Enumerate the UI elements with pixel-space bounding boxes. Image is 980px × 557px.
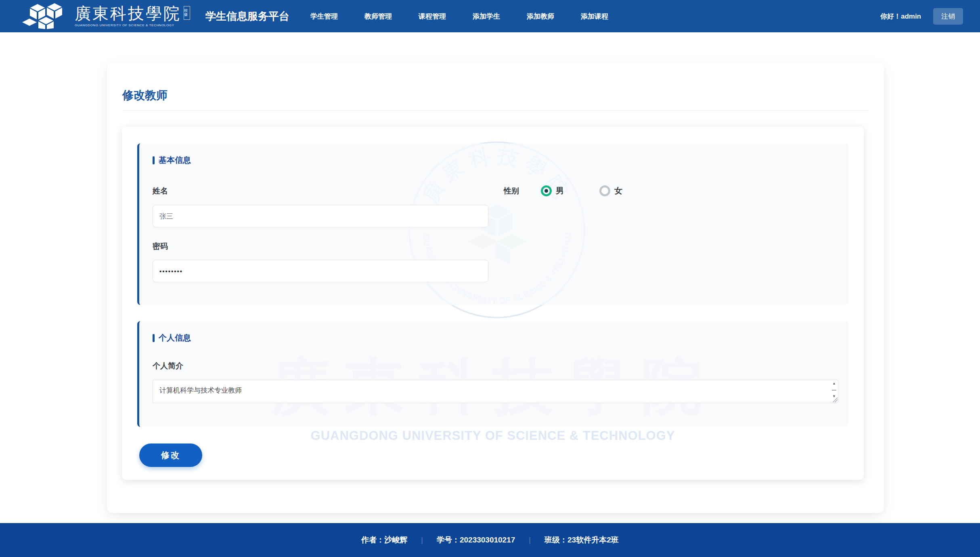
footer-separator: | xyxy=(529,536,531,544)
personal-info-title: 个人信息 xyxy=(159,332,191,343)
scroll-up-icon[interactable]: ▲ xyxy=(832,382,836,385)
footer-separator: | xyxy=(421,536,423,544)
basic-info-title: 基本信息 xyxy=(159,155,191,166)
footer-student-id: 学号：2023303010217 xyxy=(437,535,515,545)
name-input[interactable] xyxy=(153,205,488,227)
university-logo: 廣東科技學院 校徽 GUANGDONG UNIVERSITY OF SCIENC… xyxy=(22,3,190,29)
intro-textarea[interactable]: 计算机科学与技术专业教师 xyxy=(153,380,838,403)
logout-button[interactable]: 注销 xyxy=(933,8,963,25)
radio-female-icon[interactable] xyxy=(599,185,610,196)
name-label: 姓名 xyxy=(153,186,168,196)
personal-info-section: 个人信息 个人简介 计算机科学与技术专业教师 ▲ ▼ xyxy=(137,321,848,427)
footer-class: 班级：23软件升本2班 xyxy=(544,535,619,545)
textarea-scrollbar[interactable]: ▲ ▼ xyxy=(831,381,838,399)
scrollbar-track xyxy=(832,390,836,391)
page-title: 修改教师 xyxy=(122,88,168,103)
radio-male-label[interactable]: 男 xyxy=(556,185,564,196)
university-cubes-icon xyxy=(22,3,70,29)
calligraphy-seal-icon: 校徽 xyxy=(184,6,190,20)
basic-info-section: 基本信息 姓名 性别 男 女 密码 xyxy=(137,143,848,305)
nav-course-management[interactable]: 课程管理 xyxy=(419,12,446,21)
nav-add-course[interactable]: 添加课程 xyxy=(581,12,608,21)
top-navbar: 廣東科技學院 校徽 GUANGDONG UNIVERSITY OF SCIENC… xyxy=(0,0,980,32)
nav-student-management[interactable]: 学生管理 xyxy=(310,12,338,21)
teacher-edit-form-card: 廣東科技學院 GUANGDONG UNIVERSITY OF SCIENCE &… xyxy=(122,126,864,480)
main-nav: 学生管理 教师管理 课程管理 添加学生 添加教师 添加课程 xyxy=(310,12,608,21)
personal-info-header: 个人信息 xyxy=(153,332,191,343)
intro-textarea-wrap: 计算机科学与技术专业教师 ▲ ▼ xyxy=(153,380,838,403)
intro-label: 个人简介 xyxy=(153,361,183,371)
title-divider xyxy=(122,110,869,111)
gender-radio-group: 男 女 xyxy=(541,185,658,196)
university-name-en: GUANGDONG UNIVERSITY OF SCIENCE & TECHNO… xyxy=(75,23,190,27)
user-greeting: 你好！admin xyxy=(880,12,921,21)
section-accent-bar xyxy=(153,334,155,342)
gender-label: 性别 xyxy=(504,186,519,196)
password-label: 密码 xyxy=(153,241,168,252)
footer-author: 作者：沙峻辉 xyxy=(361,535,407,545)
nav-add-teacher[interactable]: 添加教师 xyxy=(527,12,554,21)
nav-teacher-management[interactable]: 教师管理 xyxy=(364,12,392,21)
university-name-zh: 廣東科技學院 xyxy=(75,5,181,22)
nav-add-student[interactable]: 添加学生 xyxy=(473,12,500,21)
content-card: 修改教师 廣東科技學院 GUANGDONG UNIVERSITY OF SCIE… xyxy=(107,63,884,513)
platform-title: 学生信息服务平台 xyxy=(205,9,289,23)
section-accent-bar xyxy=(153,156,155,164)
radio-female-label[interactable]: 女 xyxy=(614,185,622,196)
header-user-area: 你好！admin 注销 xyxy=(880,8,963,25)
submit-modify-button[interactable]: 修改 xyxy=(139,443,202,467)
watermark-text-en: GUANGDONG UNIVERSITY OF SCIENCE & TECHNO… xyxy=(122,429,864,443)
page-footer: 作者：沙峻辉 | 学号：2023303010217 | 班级：23软件升本2班 xyxy=(0,523,980,557)
password-input[interactable] xyxy=(153,260,488,282)
radio-male-icon[interactable] xyxy=(541,185,552,196)
basic-info-header: 基本信息 xyxy=(153,155,191,166)
resize-handle-icon[interactable] xyxy=(833,397,838,402)
